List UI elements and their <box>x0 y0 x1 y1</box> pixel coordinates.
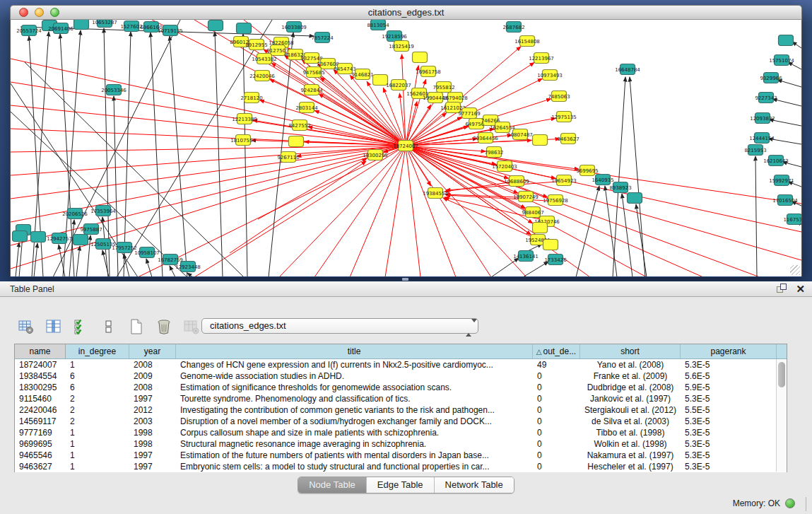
network-node[interactable]: 8938923 <box>609 182 631 193</box>
maximize-window-icon[interactable] <box>50 8 59 17</box>
table-row[interactable]: 969969511998Structural magnetic resonanc… <box>15 438 787 450</box>
network-node[interactable]: 7955812 <box>433 82 454 93</box>
network-node[interactable]: 1733426 <box>544 255 567 265</box>
network-node[interactable]: 12923448 <box>175 262 201 272</box>
network-node[interactable]: 10973493 <box>537 70 563 81</box>
network-node[interactable]: 16154808 <box>514 36 540 47</box>
table-row[interactable]: 1872400712008Changes of HCN gene express… <box>15 359 787 370</box>
new-column-icon[interactable] <box>127 317 146 336</box>
network-node[interactable]: 18107554 <box>230 135 256 146</box>
network-node[interactable]: 18325419 <box>389 41 414 52</box>
table-mode-icon[interactable] <box>17 317 35 336</box>
table-row[interactable]: 1830029562008Estimation of significance … <box>15 382 787 393</box>
network-node[interactable]: 15720403 <box>492 161 517 172</box>
delete-table-icon[interactable] <box>182 317 201 336</box>
network-node[interactable]: 7857224 <box>311 33 334 43</box>
close-window-icon[interactable] <box>19 8 28 17</box>
table-row[interactable]: 977716911998Corpus callosum shape and si… <box>15 427 787 438</box>
network-canvas[interactable]: 2055372420691406106532871527602696616010… <box>10 20 802 276</box>
network-node[interactable]: 9475685 <box>302 67 324 78</box>
network-node[interactable]: 8427552 <box>288 120 310 131</box>
network-node[interactable]: 10653287 <box>92 20 117 28</box>
network-node[interactable]: 20206526 <box>62 209 88 219</box>
network-node[interactable] <box>413 52 428 63</box>
column-header-year[interactable]: year <box>129 344 176 358</box>
network-node[interactable]: 9975887 <box>80 224 102 235</box>
table-row[interactable]: 946362711997Embryonic stem cells: a mode… <box>15 461 787 472</box>
table-row[interactable]: 1456911722003Disruption of a novel membe… <box>15 416 787 427</box>
network-node[interactable]: 12213389 <box>232 114 257 124</box>
delete-columns-icon[interactable] <box>155 317 173 336</box>
network-node[interactable]: 16961758 <box>416 66 441 77</box>
network-node[interactable]: 9329966 <box>760 73 782 83</box>
show-columns-icon[interactable] <box>45 317 63 336</box>
close-panel-icon[interactable]: ✕ <box>796 284 805 294</box>
network-node[interactable]: 16822037 <box>386 80 411 90</box>
network-node[interactable]: 9267110 <box>277 152 299 163</box>
column-header-out-de-[interactable]: △out_de... <box>533 344 580 358</box>
tab-edge-table[interactable]: Edge Table <box>367 477 435 493</box>
network-node[interactable]: 10958107 <box>134 247 160 258</box>
network-node[interactable] <box>628 193 642 204</box>
network-node[interactable]: 9242844 <box>300 85 323 95</box>
network-node[interactable]: 12975135 <box>551 112 577 122</box>
select-all-icon[interactable] <box>72 317 90 336</box>
network-node[interactable]: 1640935 <box>592 175 613 185</box>
network-node[interactable] <box>208 21 223 31</box>
network-node[interactable]: 10807487 <box>507 129 533 140</box>
network-table-selector[interactable]: citations_edges.txt <box>201 318 478 334</box>
network-node[interactable]: 8912955 <box>245 40 267 50</box>
network-node[interactable]: 2803144 <box>295 103 318 113</box>
column-header-title[interactable]: title <box>176 344 533 358</box>
network-node[interactable]: 16033809 <box>281 22 307 33</box>
tab-network-table[interactable]: Network Table <box>435 477 514 493</box>
network-node[interactable]: 19756928 <box>543 195 568 206</box>
network-node[interactable]: 9463627 <box>557 134 579 144</box>
tab-node-table[interactable]: Node Table <box>298 477 367 493</box>
minimize-window-icon[interactable] <box>35 8 44 17</box>
network-node[interactable] <box>74 20 89 30</box>
network-node[interactable] <box>543 240 558 250</box>
network-node[interactable]: 8215953 <box>744 145 766 156</box>
network-node[interactable]: 7485063 <box>548 91 570 102</box>
memory-status-indicator[interactable] <box>785 498 795 508</box>
network-node[interactable]: 9777169 <box>458 108 480 119</box>
window-resize-grip[interactable] <box>790 265 800 275</box>
network-node[interactable] <box>779 35 794 46</box>
network-node[interactable]: 2718120 <box>240 93 262 103</box>
table-row[interactable]: 1938455462009Genome-wide association stu… <box>15 370 787 382</box>
network-node[interactable]: 16210643 <box>763 156 789 166</box>
network-node[interactable]: 1167533 <box>783 214 801 225</box>
network-node[interactable]: 19654923 <box>551 175 577 186</box>
column-header-name[interactable]: name <box>15 344 66 358</box>
network-window-titlebar[interactable]: citations_edges.txt <box>10 5 802 20</box>
network-node[interactable]: 1527602 <box>120 21 142 32</box>
network-node[interactable]: 19218596 <box>382 31 407 42</box>
network-node[interactable]: 15992971 <box>769 175 794 186</box>
network-graph[interactable]: 2055372420691406106532871527602696616010… <box>11 20 801 276</box>
network-node[interactable]: 9146821 <box>351 69 373 80</box>
network-node[interactable] <box>289 136 304 147</box>
table-row[interactable]: 911546021997Tourette syndrome. Phenomeno… <box>15 393 787 404</box>
float-panel-icon[interactable] <box>777 284 787 294</box>
network-node[interactable] <box>533 135 548 146</box>
unselect-all-icon[interactable] <box>100 317 118 336</box>
splitter-handle[interactable] <box>402 278 408 281</box>
table-row[interactable]: 2242004622012Investigating the contribut… <box>15 404 787 416</box>
network-node[interactable]: 12444154 <box>749 133 775 144</box>
column-header-short[interactable]: short <box>580 344 681 358</box>
network-node[interactable]: 10688609 <box>504 176 529 187</box>
column-header-pagerank[interactable]: pagerank <box>681 344 777 358</box>
network-view-window[interactable]: citations_edges.txt 20553724206914061065… <box>10 5 802 277</box>
network-node[interactable]: 19384554 <box>423 188 448 199</box>
table-scrollbar[interactable] <box>776 359 787 472</box>
network-node[interactable] <box>31 232 46 243</box>
network-node[interactable]: 20553724 <box>16 25 42 36</box>
network-node[interactable]: 16648784 <box>615 64 640 75</box>
column-header-in-degree[interactable]: in_degree <box>66 344 129 358</box>
network-node[interactable]: 16794028 <box>442 93 468 103</box>
network-node[interactable]: 12942757 <box>47 233 72 244</box>
network-node[interactable]: 2687682 <box>502 22 524 33</box>
network-node[interactable]: 12213967 <box>529 53 554 64</box>
network-node[interactable]: 9884067 <box>522 207 543 218</box>
